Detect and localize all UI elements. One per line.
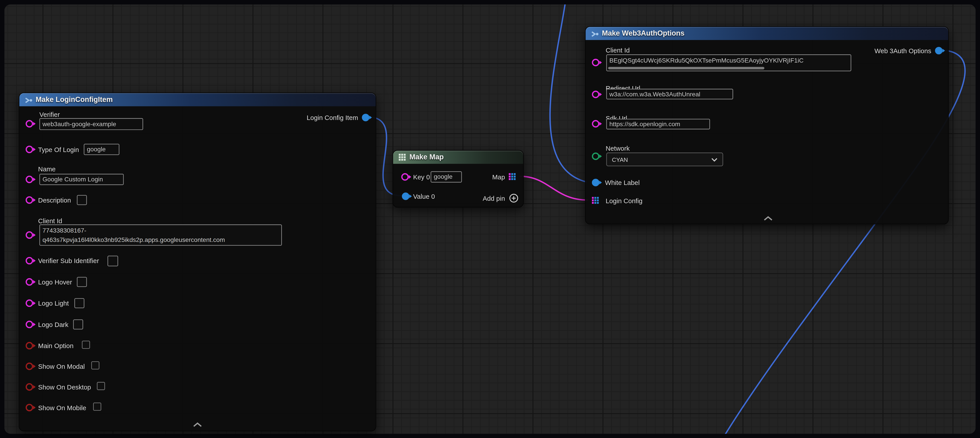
show-on-modal-checkbox[interactable] — [91, 361, 99, 370]
login-config-label: Login Config — [606, 196, 643, 205]
verifier-input[interactable]: web3auth-google-example — [40, 118, 143, 130]
description-pin[interactable] — [25, 196, 33, 204]
network-label: Network — [606, 144, 630, 153]
key-0-label: Key 0 — [413, 172, 430, 181]
verifier-label: Verifier — [40, 110, 60, 119]
collapse-icon[interactable] — [763, 213, 773, 224]
logo-light-pin[interactable] — [25, 299, 33, 307]
web3auth-options-output-pin[interactable] — [935, 47, 943, 54]
input-scrollbar[interactable] — [608, 67, 764, 69]
logo-dark-input[interactable] — [73, 319, 83, 330]
main-option-label: Main Option — [38, 341, 73, 350]
make-struct-icon — [590, 29, 599, 40]
white-label-pin[interactable] — [592, 179, 600, 186]
redirect-url-input[interactable]: w3a://com.w3a.Web3AuthUnreal — [606, 89, 733, 99]
white-label-label: White Label — [605, 178, 640, 187]
map-output-label: Map — [492, 172, 505, 181]
verifier-sub-identifier-pin[interactable] — [25, 257, 33, 264]
type-of-login-label: Type Of Login — [38, 145, 79, 154]
sdk-url-pin[interactable] — [592, 120, 600, 127]
show-on-desktop-pin[interactable] — [25, 383, 33, 391]
name-input[interactable]: Google Custom Login — [40, 174, 124, 185]
logo-dark-pin[interactable] — [25, 321, 33, 328]
make-struct-icon — [24, 96, 33, 107]
node-header[interactable]: Make Map — [393, 151, 523, 164]
name-pin[interactable] — [25, 175, 33, 183]
verifier-sub-identifier-input[interactable] — [108, 256, 118, 266]
verifier-pin[interactable] — [25, 120, 33, 127]
collapse-icon[interactable] — [192, 419, 202, 430]
add-pin-icon[interactable] — [509, 193, 519, 205]
description-input[interactable] — [77, 195, 87, 205]
show-on-mobile-pin[interactable] — [25, 404, 33, 411]
sdk-url-input[interactable]: https://sdk.openlogin.com — [606, 119, 710, 129]
logo-light-label: Logo Light — [38, 299, 69, 307]
client-id-pin[interactable] — [25, 231, 33, 239]
login-config-item-output-pin[interactable] — [362, 114, 369, 121]
key-0-pin[interactable] — [401, 173, 409, 181]
node-title: Make Web3AuthOptions — [602, 29, 684, 37]
show-on-desktop-checkbox[interactable] — [97, 382, 105, 390]
login-config-pin[interactable] — [592, 197, 599, 204]
logo-hover-input[interactable] — [77, 277, 87, 287]
network-pin[interactable] — [592, 153, 600, 160]
client-id-pin[interactable] — [592, 59, 600, 66]
show-on-modal-pin[interactable] — [25, 363, 33, 370]
node-make-loginconfigitem[interactable]: Make LoginConfigItem Verifier web3auth-g… — [19, 92, 376, 431]
client-id-label: Client Id — [606, 46, 630, 54]
map-output-pin[interactable] — [509, 173, 515, 180]
show-on-desktop-label: Show On Desktop — [38, 382, 91, 391]
output-label: Web 3Auth Options — [875, 46, 931, 55]
client-id-input[interactable]: BEglQSgt4cUWcj6SKRdu5QkOXTsePmMcusG5EAoy… — [606, 54, 851, 71]
main-option-checkbox[interactable] — [82, 341, 90, 349]
network-dropdown[interactable]: CYAN — [606, 153, 723, 166]
logo-dark-label: Logo Dark — [38, 320, 68, 329]
node-header[interactable]: Make Web3AuthOptions — [586, 27, 948, 40]
client-id-label: Client Id — [38, 216, 62, 225]
add-pin-label: Add pin — [483, 194, 505, 202]
description-label: Description — [38, 196, 71, 204]
verifier-sub-identifier-label: Verifier Sub Identifier — [38, 256, 99, 265]
type-of-login-input[interactable]: google — [84, 144, 119, 155]
map-icon — [399, 154, 406, 161]
show-on-modal-label: Show On Modal — [38, 362, 85, 371]
blueprint-editor: Make LoginConfigItem Verifier web3auth-g… — [0, 0, 980, 438]
logo-light-input[interactable] — [74, 298, 84, 308]
name-label: Name — [38, 164, 56, 173]
dropdown-chevron-icon — [711, 157, 718, 162]
node-make-map[interactable]: Make Map Key 0 google Map Value 0 Add pi… — [393, 150, 524, 207]
show-on-mobile-label: Show On Mobile — [38, 403, 86, 412]
redirect-url-pin[interactable] — [592, 91, 600, 98]
node-header[interactable]: Make LoginConfigItem — [19, 93, 375, 106]
value-0-label: Value 0 — [413, 192, 435, 201]
node-title: Make LoginConfigItem — [36, 96, 113, 103]
main-option-pin[interactable] — [25, 342, 33, 349]
node-title: Make Map — [409, 153, 444, 161]
output-label: Login Config Item — [307, 113, 358, 122]
node-make-web3authoptions[interactable]: Make Web3AuthOptions Client Id BEglQSgt4… — [585, 26, 949, 225]
logo-hover-pin[interactable] — [25, 278, 33, 286]
type-of-login-pin[interactable] — [25, 145, 33, 153]
logo-hover-label: Logo Hover — [38, 277, 72, 286]
key-0-input[interactable]: google — [431, 171, 462, 183]
show-on-mobile-checkbox[interactable] — [93, 403, 101, 411]
value-0-pin[interactable] — [402, 193, 409, 200]
client-id-input[interactable]: 774338308167- q463s7kpvja16l4l0kko3nb925… — [40, 225, 282, 245]
